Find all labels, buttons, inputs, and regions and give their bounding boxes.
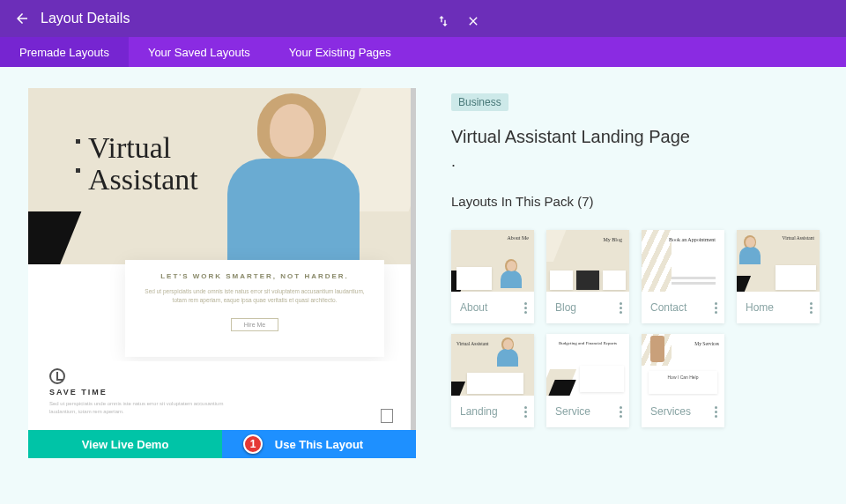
annotation-marker-1: 1 — [243, 434, 263, 454]
kebab-icon[interactable] — [620, 406, 622, 418]
category-badge[interactable]: Business — [451, 93, 508, 111]
preview-lorem: Sed ut perspiciatis unde omnis iste natu… — [143, 287, 367, 306]
layout-details-column: Business Virtual Assistant Landing Page … — [451, 88, 821, 504]
header-bar: Layout Details — [0, 0, 846, 37]
page-title: Virtual Assistant Landing Page — [451, 127, 821, 147]
header-title: Layout Details — [41, 11, 436, 26]
preview-tagline: LET'S WORK SMARTER, NOT HARDER. — [143, 272, 367, 280]
pack-card-label: Home — [746, 301, 774, 314]
back-icon[interactable] — [14, 11, 30, 26]
pack-card-about[interactable]: About Me About — [451, 230, 534, 323]
view-live-demo-button[interactable]: View Live Demo — [28, 430, 222, 458]
pack-card-label: Blog — [555, 301, 576, 314]
close-icon[interactable] — [466, 14, 480, 28]
pack-card-label: Service — [555, 405, 590, 418]
pack-card-blog[interactable]: My Blog Blog — [546, 230, 629, 323]
pack-heading: Layouts In This Pack (7) — [451, 194, 821, 209]
pack-card-label: Services — [650, 405, 691, 418]
tab-premade[interactable]: Premade Layouts — [0, 37, 129, 67]
pack-card-home[interactable]: Virtual Assistant Home — [737, 230, 820, 323]
preview-hero-line2: Assistant — [88, 164, 198, 196]
sort-icon[interactable] — [436, 14, 450, 28]
tabs-bar: Premade Layouts Your Saved Layouts Your … — [0, 37, 846, 67]
pack-card-services[interactable]: My Services How I Can Help Services — [642, 334, 724, 427]
layout-preview-column: Virtual Assistant LET'S WORK SMARTER, NO… — [28, 88, 416, 504]
pack-card-label: Contact — [650, 301, 686, 314]
preview-feature-text: Sed ut perspiciatis unde omnis iste natu… — [49, 400, 226, 416]
document-icon — [381, 409, 393, 423]
clock-icon — [49, 368, 65, 384]
pack-card-contact[interactable]: Book an Appointment Contact — [642, 230, 724, 323]
preview-hero-line1: Virtual — [88, 132, 198, 164]
kebab-icon[interactable] — [810, 302, 813, 314]
pack-card-landing[interactable]: Virtual Assistant Landing — [451, 334, 534, 427]
preview-person-image — [219, 90, 368, 264]
kebab-icon[interactable] — [524, 302, 527, 314]
preview-feature-title: SAVE TIME — [49, 388, 390, 397]
kebab-icon[interactable] — [524, 406, 527, 418]
pack-card-label: Landing — [460, 405, 498, 418]
kebab-icon[interactable] — [715, 302, 717, 314]
layout-preview: Virtual Assistant LET'S WORK SMARTER, NO… — [28, 88, 416, 430]
preview-cta: Hire Me — [231, 318, 279, 331]
pack-grid: About Me About My Blog Blog — [451, 230, 821, 427]
pack-card-service[interactable]: Budgeting and Financial Reports Service — [546, 334, 629, 427]
kebab-icon[interactable] — [715, 406, 717, 418]
pack-card-label: About — [460, 301, 487, 314]
use-layout-label: Use This Layout — [275, 438, 363, 451]
separator-dot: . — [451, 152, 821, 171]
tab-existing[interactable]: Your Existing Pages — [270, 37, 411, 67]
use-this-layout-button[interactable]: 1 Use This Layout — [222, 430, 416, 458]
tab-saved[interactable]: Your Saved Layouts — [129, 37, 270, 67]
kebab-icon[interactable] — [620, 302, 622, 314]
